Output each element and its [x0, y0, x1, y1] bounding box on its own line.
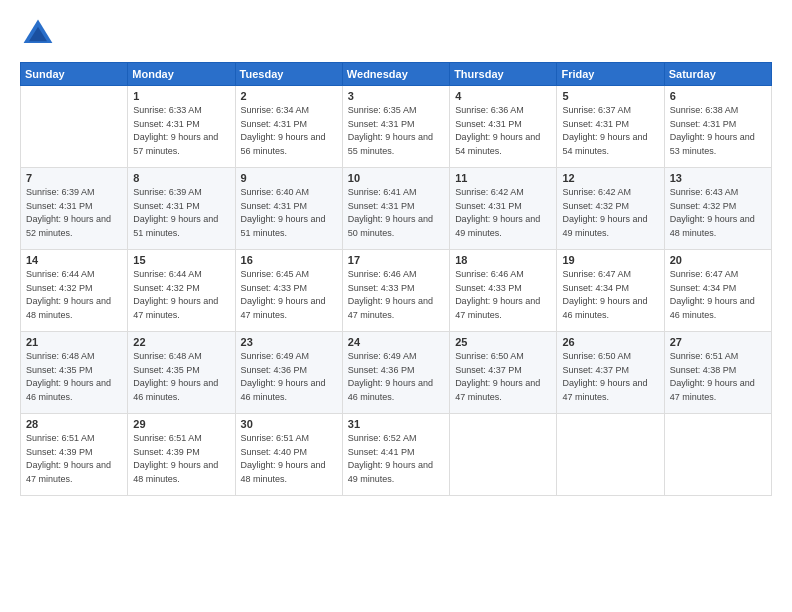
calendar-cell: 20Sunrise: 6:47 AMSunset: 4:34 PMDayligh…: [664, 250, 771, 332]
day-number: 6: [670, 90, 766, 102]
calendar-cell: [450, 414, 557, 496]
calendar-cell: 11Sunrise: 6:42 AMSunset: 4:31 PMDayligh…: [450, 168, 557, 250]
calendar-cell: 3Sunrise: 6:35 AMSunset: 4:31 PMDaylight…: [342, 86, 449, 168]
calendar-cell: 12Sunrise: 6:42 AMSunset: 4:32 PMDayligh…: [557, 168, 664, 250]
day-number: 5: [562, 90, 658, 102]
day-number: 15: [133, 254, 229, 266]
day-number: 1: [133, 90, 229, 102]
day-info: Sunrise: 6:47 AMSunset: 4:34 PMDaylight:…: [670, 268, 766, 322]
weekday-header-row: SundayMondayTuesdayWednesdayThursdayFrid…: [21, 63, 772, 86]
calendar-cell: 4Sunrise: 6:36 AMSunset: 4:31 PMDaylight…: [450, 86, 557, 168]
day-number: 22: [133, 336, 229, 348]
day-info: Sunrise: 6:51 AMSunset: 4:40 PMDaylight:…: [241, 432, 337, 486]
calendar-cell: 29Sunrise: 6:51 AMSunset: 4:39 PMDayligh…: [128, 414, 235, 496]
day-info: Sunrise: 6:52 AMSunset: 4:41 PMDaylight:…: [348, 432, 444, 486]
day-number: 18: [455, 254, 551, 266]
day-info: Sunrise: 6:46 AMSunset: 4:33 PMDaylight:…: [348, 268, 444, 322]
day-number: 23: [241, 336, 337, 348]
day-info: Sunrise: 6:45 AMSunset: 4:33 PMDaylight:…: [241, 268, 337, 322]
calendar-cell: 17Sunrise: 6:46 AMSunset: 4:33 PMDayligh…: [342, 250, 449, 332]
day-info: Sunrise: 6:51 AMSunset: 4:38 PMDaylight:…: [670, 350, 766, 404]
day-info: Sunrise: 6:49 AMSunset: 4:36 PMDaylight:…: [241, 350, 337, 404]
calendar-cell: 30Sunrise: 6:51 AMSunset: 4:40 PMDayligh…: [235, 414, 342, 496]
day-number: 13: [670, 172, 766, 184]
page: SundayMondayTuesdayWednesdayThursdayFrid…: [0, 0, 792, 612]
calendar-cell: [21, 86, 128, 168]
day-info: Sunrise: 6:47 AMSunset: 4:34 PMDaylight:…: [562, 268, 658, 322]
calendar-cell: 23Sunrise: 6:49 AMSunset: 4:36 PMDayligh…: [235, 332, 342, 414]
day-info: Sunrise: 6:39 AMSunset: 4:31 PMDaylight:…: [26, 186, 122, 240]
calendar-cell: 15Sunrise: 6:44 AMSunset: 4:32 PMDayligh…: [128, 250, 235, 332]
day-number: 31: [348, 418, 444, 430]
day-number: 10: [348, 172, 444, 184]
day-info: Sunrise: 6:39 AMSunset: 4:31 PMDaylight:…: [133, 186, 229, 240]
calendar-cell: 19Sunrise: 6:47 AMSunset: 4:34 PMDayligh…: [557, 250, 664, 332]
calendar-cell: 26Sunrise: 6:50 AMSunset: 4:37 PMDayligh…: [557, 332, 664, 414]
logo-icon: [20, 16, 56, 52]
day-info: Sunrise: 6:50 AMSunset: 4:37 PMDaylight:…: [455, 350, 551, 404]
day-number: 25: [455, 336, 551, 348]
calendar-week-row: 14Sunrise: 6:44 AMSunset: 4:32 PMDayligh…: [21, 250, 772, 332]
calendar-cell: 13Sunrise: 6:43 AMSunset: 4:32 PMDayligh…: [664, 168, 771, 250]
calendar-cell: 18Sunrise: 6:46 AMSunset: 4:33 PMDayligh…: [450, 250, 557, 332]
weekday-header: Monday: [128, 63, 235, 86]
day-info: Sunrise: 6:49 AMSunset: 4:36 PMDaylight:…: [348, 350, 444, 404]
calendar-cell: 16Sunrise: 6:45 AMSunset: 4:33 PMDayligh…: [235, 250, 342, 332]
calendar-cell: 27Sunrise: 6:51 AMSunset: 4:38 PMDayligh…: [664, 332, 771, 414]
day-number: 7: [26, 172, 122, 184]
calendar-cell: 31Sunrise: 6:52 AMSunset: 4:41 PMDayligh…: [342, 414, 449, 496]
calendar-cell: [664, 414, 771, 496]
weekday-header: Wednesday: [342, 63, 449, 86]
day-info: Sunrise: 6:42 AMSunset: 4:32 PMDaylight:…: [562, 186, 658, 240]
day-number: 19: [562, 254, 658, 266]
day-info: Sunrise: 6:51 AMSunset: 4:39 PMDaylight:…: [26, 432, 122, 486]
logo: [20, 16, 62, 52]
day-number: 21: [26, 336, 122, 348]
weekday-header: Sunday: [21, 63, 128, 86]
calendar-cell: 1Sunrise: 6:33 AMSunset: 4:31 PMDaylight…: [128, 86, 235, 168]
calendar-cell: [557, 414, 664, 496]
day-number: 20: [670, 254, 766, 266]
day-info: Sunrise: 6:35 AMSunset: 4:31 PMDaylight:…: [348, 104, 444, 158]
day-info: Sunrise: 6:42 AMSunset: 4:31 PMDaylight:…: [455, 186, 551, 240]
day-number: 14: [26, 254, 122, 266]
day-number: 24: [348, 336, 444, 348]
day-number: 28: [26, 418, 122, 430]
weekday-header: Saturday: [664, 63, 771, 86]
calendar-week-row: 1Sunrise: 6:33 AMSunset: 4:31 PMDaylight…: [21, 86, 772, 168]
day-number: 2: [241, 90, 337, 102]
calendar-cell: 24Sunrise: 6:49 AMSunset: 4:36 PMDayligh…: [342, 332, 449, 414]
weekday-header: Thursday: [450, 63, 557, 86]
calendar-cell: 9Sunrise: 6:40 AMSunset: 4:31 PMDaylight…: [235, 168, 342, 250]
day-number: 30: [241, 418, 337, 430]
calendar-cell: 28Sunrise: 6:51 AMSunset: 4:39 PMDayligh…: [21, 414, 128, 496]
day-info: Sunrise: 6:37 AMSunset: 4:31 PMDaylight:…: [562, 104, 658, 158]
day-number: 11: [455, 172, 551, 184]
day-info: Sunrise: 6:48 AMSunset: 4:35 PMDaylight:…: [26, 350, 122, 404]
calendar-cell: 22Sunrise: 6:48 AMSunset: 4:35 PMDayligh…: [128, 332, 235, 414]
day-number: 4: [455, 90, 551, 102]
calendar-week-row: 28Sunrise: 6:51 AMSunset: 4:39 PMDayligh…: [21, 414, 772, 496]
day-info: Sunrise: 6:46 AMSunset: 4:33 PMDaylight:…: [455, 268, 551, 322]
day-info: Sunrise: 6:50 AMSunset: 4:37 PMDaylight:…: [562, 350, 658, 404]
calendar-cell: 5Sunrise: 6:37 AMSunset: 4:31 PMDaylight…: [557, 86, 664, 168]
day-info: Sunrise: 6:34 AMSunset: 4:31 PMDaylight:…: [241, 104, 337, 158]
calendar-cell: 10Sunrise: 6:41 AMSunset: 4:31 PMDayligh…: [342, 168, 449, 250]
day-number: 27: [670, 336, 766, 348]
calendar-cell: 14Sunrise: 6:44 AMSunset: 4:32 PMDayligh…: [21, 250, 128, 332]
day-info: Sunrise: 6:36 AMSunset: 4:31 PMDaylight:…: [455, 104, 551, 158]
calendar-week-row: 7Sunrise: 6:39 AMSunset: 4:31 PMDaylight…: [21, 168, 772, 250]
calendar-cell: 25Sunrise: 6:50 AMSunset: 4:37 PMDayligh…: [450, 332, 557, 414]
calendar-table: SundayMondayTuesdayWednesdayThursdayFrid…: [20, 62, 772, 496]
day-number: 12: [562, 172, 658, 184]
day-info: Sunrise: 6:44 AMSunset: 4:32 PMDaylight:…: [133, 268, 229, 322]
weekday-header: Tuesday: [235, 63, 342, 86]
day-info: Sunrise: 6:40 AMSunset: 4:31 PMDaylight:…: [241, 186, 337, 240]
calendar-cell: 8Sunrise: 6:39 AMSunset: 4:31 PMDaylight…: [128, 168, 235, 250]
day-info: Sunrise: 6:44 AMSunset: 4:32 PMDaylight:…: [26, 268, 122, 322]
day-info: Sunrise: 6:48 AMSunset: 4:35 PMDaylight:…: [133, 350, 229, 404]
calendar-cell: 2Sunrise: 6:34 AMSunset: 4:31 PMDaylight…: [235, 86, 342, 168]
day-number: 3: [348, 90, 444, 102]
calendar-cell: 21Sunrise: 6:48 AMSunset: 4:35 PMDayligh…: [21, 332, 128, 414]
header: [20, 16, 772, 52]
